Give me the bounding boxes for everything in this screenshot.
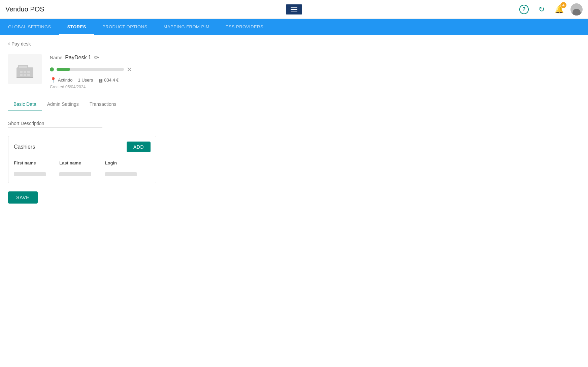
hamburger-line	[291, 9, 297, 10]
paydesk-info: Name PayDesk 1 ✏ ✕ 📍 Actindo 1 Users	[50, 54, 580, 89]
balance-item: ▦ 834.4 €	[98, 78, 119, 83]
hamburger-line	[291, 7, 297, 8]
col-header-last-name: Last name	[59, 160, 105, 165]
location-item: 📍 Actindo	[50, 77, 72, 83]
paydesk-location: Actindo	[58, 78, 72, 83]
notification-badge: 4	[560, 2, 566, 8]
svg-rect-7	[24, 74, 26, 76]
svg-rect-3	[20, 71, 23, 73]
refresh-icon: ↻	[538, 5, 545, 14]
col-header-first-name: First name	[14, 160, 59, 165]
app-bar-center	[286, 4, 302, 14]
paydesk-meta: 📍 Actindo 1 Users ▦ 834.4 €	[50, 77, 580, 83]
tab-tss-providers[interactable]: TSS PROVIDERS	[218, 19, 271, 35]
nav-tabs: GLOBAL SETTINGS STORES PRODUCT OPTIONS M…	[0, 19, 588, 35]
notification-wrapper: 🔔 4	[553, 3, 565, 16]
breadcrumb-label: Pay desk	[11, 41, 31, 47]
app-title: Venduo POS	[5, 5, 44, 13]
cashiers-table-header: First name Last name Login	[14, 158, 151, 168]
avatar-button[interactable]	[570, 3, 583, 16]
cashiers-box: Cashiers ADD First name Last name Login	[8, 136, 156, 183]
inner-tabs: Basic Data Admin Settings Transactions	[8, 97, 580, 111]
status-bar-container: ✕	[50, 65, 580, 73]
help-button[interactable]: ?	[518, 3, 530, 16]
back-link[interactable]: ‹ Pay desk	[8, 40, 31, 47]
paydesk-name-row: Name PayDesk 1 ✏	[50, 54, 580, 61]
tab-product-options[interactable]: PRODUCT OPTIONS	[94, 19, 156, 35]
paydesk-users: 1 Users	[78, 78, 93, 83]
location-icon: 📍	[50, 77, 57, 83]
status-bar	[57, 68, 124, 71]
svg-rect-5	[27, 71, 30, 73]
paydesk-card: Name PayDesk 1 ✏ ✕ 📍 Actindo 1 Users	[8, 54, 580, 89]
inner-tab-basic-data[interactable]: Basic Data	[8, 97, 42, 111]
paydesk-balance: 834.4 €	[104, 78, 119, 83]
cell-placeholder-last-name	[59, 172, 91, 176]
save-button[interactable]: SAVE	[8, 191, 38, 204]
status-close-icon[interactable]: ✕	[127, 65, 132, 73]
short-description-section	[8, 119, 580, 128]
users-item: 1 Users	[78, 78, 93, 83]
cashiers-title: Cashiers	[14, 144, 35, 150]
paydesk-created: Created 05/04/2024	[50, 85, 580, 89]
cashiers-table: First name Last name Login	[14, 158, 151, 178]
add-cashier-button[interactable]: ADD	[127, 142, 151, 152]
svg-rect-8	[27, 74, 30, 76]
inner-tab-transactions[interactable]: Transactions	[84, 97, 122, 111]
inner-tab-admin-settings[interactable]: Admin Settings	[42, 97, 84, 111]
svg-rect-6	[20, 74, 23, 76]
refresh-button[interactable]: ↻	[535, 3, 548, 16]
avatar-shape	[573, 9, 581, 16]
tab-global-settings[interactable]: GLOBAL SETTINGS	[0, 19, 59, 35]
svg-rect-9	[17, 77, 33, 78]
cash-icon: ▦	[98, 78, 103, 83]
status-bar-inner	[57, 68, 70, 71]
svg-rect-4	[24, 71, 26, 73]
help-icon: ?	[519, 5, 529, 14]
edit-icon[interactable]: ✏	[94, 54, 99, 61]
back-arrow-icon: ‹	[8, 40, 10, 47]
paydesk-icon	[8, 54, 42, 84]
tab-mapping-from-pim[interactable]: MAPPING FROM PIM	[156, 19, 218, 35]
cell-placeholder-first-name	[14, 172, 46, 176]
main-content: ‹ Pay desk Name PayDesk 1 ✏	[0, 35, 588, 209]
paydesk-name-label: Name	[50, 55, 62, 60]
breadcrumb: ‹ Pay desk	[8, 40, 580, 47]
app-bar-actions: ? ↻ 🔔 4	[518, 3, 583, 16]
col-header-login: Login	[105, 160, 151, 165]
svg-rect-2	[19, 66, 27, 68]
hamburger-button[interactable]	[286, 4, 302, 14]
avatar	[570, 3, 583, 16]
paydesk-name-value: PayDesk 1	[65, 55, 91, 61]
table-row	[14, 171, 151, 178]
cashiers-header: Cashiers ADD	[14, 142, 151, 152]
tab-stores[interactable]: STORES	[59, 19, 94, 35]
short-description-input[interactable]	[8, 119, 102, 128]
app-bar: Venduo POS ? ↻ 🔔 4	[0, 0, 588, 19]
cash-register-icon	[13, 57, 37, 81]
hamburger-line	[291, 11, 297, 11]
cell-placeholder-login	[105, 172, 137, 176]
status-dot	[50, 67, 54, 71]
